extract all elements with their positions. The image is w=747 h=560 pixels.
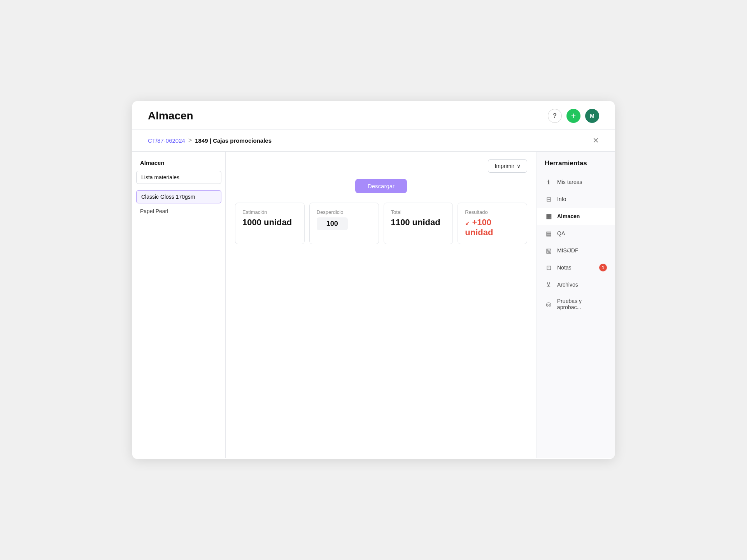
stat-desperdicio-label: Desperdicio (317, 209, 372, 215)
right-panel: Herramientas ℹMis tareas⊟Info▦Almacen▤QA… (537, 152, 615, 458)
tool-item-almacen[interactable]: ▦Almacen (537, 208, 615, 225)
avatar[interactable]: M (585, 109, 599, 123)
almacen-icon: ▦ (545, 212, 552, 220)
tool-item-mis-tareas[interactable]: ℹMis tareas (537, 173, 615, 191)
breadcrumb-bar: CT/87-062024 > 1849 | Cajas promocionale… (132, 130, 615, 152)
pruebas-icon: ◎ (545, 300, 552, 308)
header-actions: ? + M (548, 109, 599, 123)
mis-jdf-icon: ▧ (545, 247, 552, 254)
tool-item-qa[interactable]: ▤QA (537, 225, 615, 242)
breadcrumb-separator: > (188, 137, 192, 144)
stat-estimacion-label: Estimación (242, 209, 297, 215)
stats-row: Estimación 1000 unidad Desperdicio Total… (235, 203, 527, 244)
material-item-papel-pearl[interactable]: Papel Pearl (132, 205, 225, 217)
resultado-icon: ↙ (465, 220, 470, 226)
qa-label: QA (557, 230, 565, 236)
main-content: Almacen Lista materiales Classic Gloss 1… (132, 152, 615, 458)
main-window: Almacen ? + M CT/87-062024 > 1849 | Caja… (132, 101, 615, 459)
tool-items: ℹMis tareas⊟Info▦Almacen▤QA▧MIS/JDF⊡Nota… (537, 173, 615, 315)
notas-badge: 1 (599, 264, 607, 271)
archivos-label: Archivos (557, 282, 578, 288)
page-title: Almacen (148, 110, 193, 122)
stat-estimacion-value: 1000 unidad (242, 217, 297, 228)
tool-item-archivos[interactable]: ⊻Archivos (537, 276, 615, 293)
tool-item-info[interactable]: ⊟Info (537, 191, 615, 208)
tool-item-notas[interactable]: ⊡Notas1 (537, 259, 615, 276)
info-label: Info (557, 196, 566, 202)
help-button[interactable]: ? (548, 109, 562, 123)
tool-item-mis-jdf[interactable]: ▧MIS/JDF (537, 242, 615, 259)
pruebas-label: Pruebas y aprobac... (557, 298, 607, 310)
archivos-icon: ⊻ (545, 281, 552, 289)
mis-tareas-icon: ℹ (545, 178, 552, 186)
breadcrumb-current: 1849 | Cajas promocionales (195, 137, 272, 144)
print-btn-row: Imprimir ∨ (235, 159, 527, 173)
stat-resultado: Resultado ↙ +100 unidad (458, 203, 527, 244)
chevron-down-icon: ∨ (517, 163, 521, 169)
tool-item-pruebas[interactable]: ◎Pruebas y aprobac... (537, 293, 615, 315)
mis-tareas-label: Mis tareas (557, 179, 582, 185)
material-item-classic-gloss[interactable]: Classic Gloss 170gsm (136, 190, 221, 203)
right-panel-title: Herramientas (537, 159, 615, 173)
center-panel: Imprimir ∨ Descargar Estimación 1000 uni… (226, 152, 537, 458)
notas-label: Notas (557, 264, 572, 271)
stat-resultado-value: ↙ +100 unidad (465, 217, 520, 238)
stat-resultado-label: Resultado (465, 209, 520, 215)
header: Almacen ? + M (132, 101, 615, 130)
almacen-label: Almacen (557, 213, 580, 219)
tab-lista-materiales[interactable]: Lista materiales (136, 171, 221, 184)
stat-desperdicio: Desperdicio (309, 203, 379, 244)
info-icon: ⊟ (545, 195, 552, 203)
add-button[interactable]: + (566, 109, 580, 123)
stat-total: Total 1100 unidad (384, 203, 453, 244)
breadcrumb-link[interactable]: CT/87-062024 (148, 137, 185, 144)
close-button[interactable]: ✕ (593, 136, 599, 145)
breadcrumb: CT/87-062024 > 1849 | Cajas promocionale… (148, 137, 272, 144)
print-label: Imprimir (494, 163, 514, 169)
left-panel: Almacen Lista materiales Classic Gloss 1… (132, 152, 226, 458)
stat-total-label: Total (391, 209, 446, 215)
desperdicio-input[interactable] (317, 217, 348, 230)
notas-icon: ⊡ (545, 264, 552, 271)
stat-estimacion: Estimación 1000 unidad (235, 203, 305, 244)
mis-jdf-label: MIS/JDF (557, 247, 578, 254)
stat-total-value: 1100 unidad (391, 217, 446, 228)
print-button[interactable]: Imprimir ∨ (488, 159, 527, 173)
left-panel-title: Almacen (132, 152, 225, 171)
qa-icon: ▤ (545, 229, 552, 237)
download-button[interactable]: Descargar (355, 179, 407, 193)
